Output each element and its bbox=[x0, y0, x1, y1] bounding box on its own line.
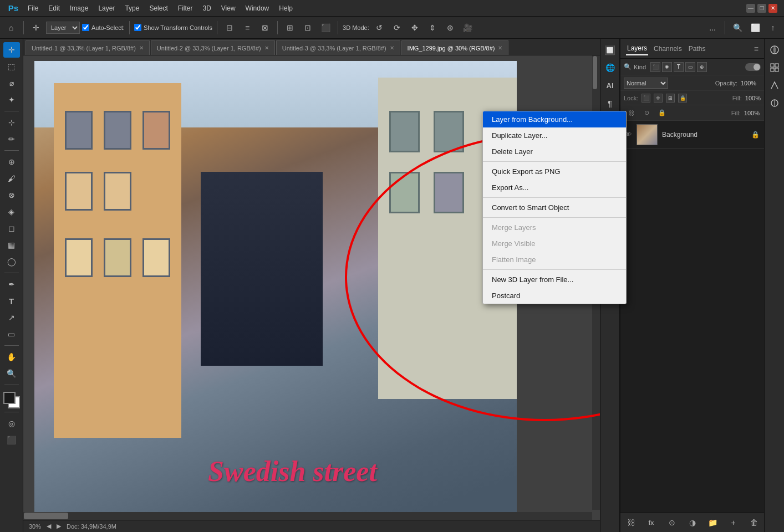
magic-wand-tool[interactable]: ✦ bbox=[3, 92, 20, 108]
tab-untitled3[interactable]: Untitled-3 @ 33,3% (Layer 1, RGB/8#) ✕ bbox=[276, 40, 400, 55]
footer-link-icon[interactable]: ⛓ bbox=[624, 516, 638, 529]
layer-mask-icon[interactable]: ⊙ bbox=[640, 107, 653, 119]
auto-select-checkbox[interactable] bbox=[82, 24, 89, 31]
tab-untitled2-close[interactable]: ✕ bbox=[264, 45, 269, 51]
tab-untitled3-close[interactable]: ✕ bbox=[390, 45, 394, 51]
filter-smart-icon[interactable]: ⊕ bbox=[697, 62, 707, 72]
menu-type[interactable]: Type bbox=[120, 2, 144, 14]
type-tool[interactable]: T bbox=[3, 293, 20, 309]
filter-text-icon[interactable]: T bbox=[674, 62, 684, 72]
dodge-tool[interactable]: ◯ bbox=[3, 254, 20, 269]
tab-untitled1[interactable]: Untitled-1 @ 33,3% (Layer 1, RGB/8#) ✕ bbox=[26, 40, 150, 55]
lock-artboard-btn[interactable]: ⊞ bbox=[666, 94, 675, 103]
ctx-postcard[interactable]: Postcard bbox=[483, 288, 626, 304]
ctx-quick-export[interactable]: Quick Export as PNG bbox=[483, 163, 626, 180]
menu-layer[interactable]: Layer bbox=[94, 2, 119, 14]
quick-mask-icon[interactable]: ◎ bbox=[3, 416, 20, 431]
auto-select-dropdown[interactable]: Layer Group bbox=[46, 22, 80, 34]
paths-tab[interactable]: Paths bbox=[688, 43, 707, 55]
minimize-button[interactable]: — bbox=[746, 4, 755, 13]
channels-tab[interactable]: Channels bbox=[653, 43, 683, 55]
menu-file[interactable]: File bbox=[23, 2, 43, 14]
spot-heal-tool[interactable]: ⊕ bbox=[3, 154, 20, 170]
tab-img1299-close[interactable]: ✕ bbox=[498, 45, 502, 51]
3d-rotate-icon[interactable]: ↺ bbox=[371, 20, 387, 35]
far-right-grid-icon[interactable] bbox=[767, 60, 782, 75]
screen-mode-icon[interactable]: ⬜ bbox=[747, 20, 763, 35]
3d-slide-icon[interactable]: ⇕ bbox=[425, 20, 440, 35]
distribute-3-icon[interactable]: ⬛ bbox=[318, 20, 333, 35]
footer-fx-icon[interactable]: fx bbox=[645, 516, 658, 529]
footer-group-icon[interactable]: 📁 bbox=[706, 516, 720, 529]
menu-window[interactable]: Window bbox=[241, 2, 274, 14]
nav-right-icon[interactable]: ▶ bbox=[57, 523, 61, 530]
shape-tool[interactable]: ▭ bbox=[3, 326, 20, 342]
menu-help[interactable]: Help bbox=[274, 2, 297, 14]
show-transform-label[interactable]: Show Transform Controls bbox=[134, 24, 212, 31]
distribute-1-icon[interactable]: ⊞ bbox=[282, 20, 298, 35]
auto-select-label[interactable]: Auto-Select: bbox=[82, 24, 125, 31]
share-icon[interactable]: ↑ bbox=[765, 20, 781, 35]
panel-icon-paragraph[interactable]: ¶ bbox=[602, 95, 618, 111]
panel-icon-ai[interactable]: AI bbox=[602, 78, 618, 93]
menu-filter[interactable]: Filter bbox=[174, 2, 197, 14]
filter-adj-icon[interactable]: ✺ bbox=[662, 62, 672, 72]
lock-position-btn[interactable]: ✛ bbox=[654, 94, 663, 103]
foreground-color-swatch[interactable] bbox=[3, 392, 16, 404]
layer-link-icon[interactable]: ⛓ bbox=[625, 107, 637, 119]
move-tool-icon[interactable]: ✛ bbox=[28, 20, 44, 35]
lock-pixel-btn[interactable]: ⬛ bbox=[642, 94, 650, 103]
footer-adjustment-icon[interactable]: ◑ bbox=[686, 516, 699, 529]
lock-all-btn[interactable]: 🔒 bbox=[678, 94, 687, 103]
ctx-delete-layer[interactable]: Delete Layer bbox=[483, 144, 626, 160]
menu-view[interactable]: View bbox=[217, 2, 240, 14]
ctx-export-as[interactable]: Export As... bbox=[483, 180, 626, 196]
lasso-tool[interactable]: ⌀ bbox=[3, 75, 20, 91]
more-options-icon[interactable]: ... bbox=[705, 20, 720, 35]
screen-toggle-icon[interactable]: ⬛ bbox=[3, 432, 20, 448]
eraser-tool[interactable]: ◻ bbox=[3, 221, 20, 236]
3d-zoom-icon[interactable]: ⊕ bbox=[442, 20, 458, 35]
3d-roll-icon[interactable]: ⟳ bbox=[389, 20, 405, 35]
layers-panel-tab[interactable]: Layers bbox=[626, 42, 648, 55]
path-tool[interactable]: ↗ bbox=[3, 310, 20, 325]
footer-new-layer-icon[interactable]: + bbox=[727, 516, 740, 529]
ctx-duplicate-layer[interactable]: Duplicate Layer... bbox=[483, 127, 626, 144]
history-brush-tool[interactable]: ◈ bbox=[3, 204, 20, 219]
filter-pixel-icon[interactable]: ⬛ bbox=[650, 62, 660, 72]
ctx-new-3d-layer[interactable]: New 3D Layer from File... bbox=[483, 272, 626, 288]
restore-button[interactable]: ❐ bbox=[757, 4, 766, 13]
align-right-icon[interactable]: ⊠ bbox=[257, 20, 273, 35]
menu-3d[interactable]: 3D bbox=[198, 2, 215, 14]
color-boxes[interactable] bbox=[3, 392, 20, 408]
menu-edit[interactable]: Edit bbox=[44, 2, 64, 14]
pen-tool[interactable]: ✒ bbox=[3, 277, 20, 292]
tab-img1299[interactable]: IMG_1299.jpg @ 30% (RGB/8#) ✕ bbox=[401, 40, 509, 55]
ctx-convert-smart[interactable]: Convert to Smart Object bbox=[483, 200, 626, 216]
menu-select[interactable]: Select bbox=[145, 2, 172, 14]
zoom-tool[interactable]: 🔍 bbox=[3, 366, 20, 381]
horizontal-scrollbar[interactable] bbox=[23, 512, 592, 520]
close-button[interactable]: ✕ bbox=[768, 4, 777, 13]
panel-icon-layouts[interactable]: 🔲 bbox=[602, 42, 618, 58]
align-left-icon[interactable]: ⊟ bbox=[222, 20, 237, 35]
ctx-layer-from-bg[interactable]: Layer from Background... bbox=[483, 111, 626, 127]
eyedropper-tool[interactable]: ✏ bbox=[3, 131, 20, 147]
footer-delete-icon[interactable]: 🗑 bbox=[747, 516, 761, 529]
hand-tool[interactable]: ✋ bbox=[3, 349, 20, 365]
vertical-scroll-thumb[interactable] bbox=[593, 56, 597, 89]
tab-untitled1-close[interactable]: ✕ bbox=[139, 45, 144, 51]
gradient-tool[interactable]: ▦ bbox=[3, 237, 20, 253]
filter-shape-icon[interactable]: ▭ bbox=[685, 62, 695, 72]
show-transform-checkbox[interactable] bbox=[134, 24, 141, 31]
align-center-icon[interactable]: ≡ bbox=[240, 20, 255, 35]
distribute-2-icon[interactable]: ⊡ bbox=[300, 20, 315, 35]
search-icon[interactable]: 🔍 bbox=[730, 20, 745, 35]
nav-left-icon[interactable]: ◀ bbox=[47, 523, 51, 530]
far-right-channels-icon[interactable] bbox=[767, 42, 782, 58]
menu-image[interactable]: Image bbox=[65, 2, 93, 14]
blend-mode-select[interactable]: Normal Multiply Screen bbox=[624, 78, 668, 89]
far-right-paths-icon[interactable] bbox=[767, 78, 782, 93]
3d-extra-icon[interactable]: 🎥 bbox=[460, 20, 476, 35]
clone-tool[interactable]: ⊗ bbox=[3, 187, 20, 203]
